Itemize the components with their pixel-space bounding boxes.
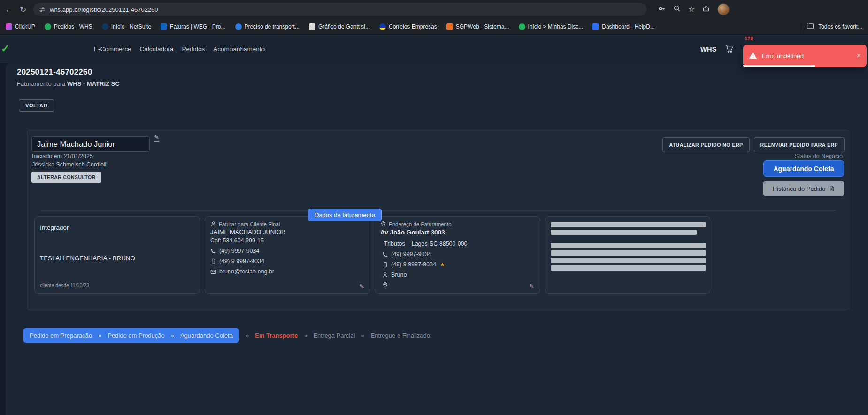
bookmark-sgpweb[interactable]: SGPWeb - Sistema... — [446, 23, 509, 30]
step-pedido-em-preparacao[interactable]: Pedido em Preparação — [30, 332, 92, 339]
address-mobile-row: (49) 9 9997-9034 ★ — [380, 261, 535, 268]
document-icon — [829, 185, 835, 192]
error-toast: Erro: undefined × — [743, 45, 867, 67]
profile-avatar[interactable] — [717, 3, 730, 15]
step-aguardando-coleta[interactable]: Aguardando Coleta — [180, 332, 233, 339]
bookmark-label: ClickUP — [15, 23, 35, 30]
integrator-title: Integrador — [40, 224, 69, 231]
address-pin-row — [380, 282, 535, 288]
site-info-icon[interactable] — [38, 6, 46, 13]
skeleton-bar — [551, 222, 706, 227]
bookmark-gantt[interactable]: Gráfico de Gantt si... — [309, 23, 370, 30]
toast-progress-bar — [743, 65, 815, 67]
order-history-button[interactable]: Histórico do Pedido — [763, 181, 844, 196]
url-text[interactable]: whs.app.br/logistic/20250121-46702260 — [50, 6, 158, 13]
bookmark-label: Início - NetSuite — [111, 23, 151, 30]
skeleton-bar — [551, 258, 706, 263]
bookmark-label: Pedidos - WHS — [54, 23, 92, 30]
bookmark-label: Preciso de transport... — [245, 23, 300, 30]
bookmark-clickup[interactable]: ClickUP — [6, 23, 35, 30]
billing-target: WHS - MATRIZ SC — [67, 80, 120, 87]
bookmark-star-icon[interactable]: ☆ — [688, 6, 695, 13]
resend-erp-button[interactable]: REENVIAR PEDIDO PARA ERP — [754, 137, 845, 152]
cart-badge: 126 — [745, 36, 753, 41]
edit-address-icon[interactable]: ✎ — [529, 283, 534, 290]
billing-client-label-row: Faturar para Cliente Final — [210, 221, 365, 227]
back-icon[interactable]: ← — [5, 6, 13, 14]
brand-label: WHS — [700, 45, 717, 53]
bookmark-label: Correios Empresas — [389, 23, 437, 30]
browser-window: ← ↻ whs.app.br/logistic/20250121-4670226… — [0, 0, 868, 415]
extensions-icon[interactable] — [702, 5, 710, 14]
cart-icon[interactable] — [725, 45, 734, 53]
browser-toolbar: ← ↻ whs.app.br/logistic/20250121-4670226… — [0, 0, 868, 19]
phone-icon — [210, 248, 216, 254]
bookmark-pedidos-whs[interactable]: Pedidos - WHS — [45, 23, 92, 30]
menu-item-pedidos[interactable]: Pedidos — [182, 45, 205, 53]
person-icon — [210, 221, 216, 227]
bookmark-weg[interactable]: Faturas | WEG - Pro... — [161, 23, 225, 30]
helpdesk-favicon — [592, 23, 599, 30]
address-district: Tributos — [384, 241, 405, 247]
billing-data-chip[interactable]: Dados de faturamento — [308, 209, 382, 221]
correios-favicon — [379, 23, 386, 30]
billing-client-card: Faturar para Cliente Final JAIME MACHADO… — [205, 216, 370, 294]
client-mobile: (49) 9 9997-9034 — [219, 258, 264, 264]
update-erp-button[interactable]: ATUALIZAR PEDIDO NO ERP — [662, 137, 749, 152]
app-logo-check-icon[interactable]: ✓ — [1, 43, 9, 55]
customer-name-field[interactable]: Jaime Machado Junior — [31, 136, 150, 152]
menu-item-ecommerce[interactable]: E-Commerce — [94, 45, 131, 53]
step-pedido-em-producao[interactable]: Pedido em Produção — [108, 332, 164, 339]
bookmark-helpdesk[interactable]: Dashboard - HelpD... — [592, 23, 655, 30]
toast-close-icon[interactable]: × — [857, 52, 861, 60]
status-button[interactable]: Aguardando Coleta — [763, 160, 844, 177]
person-icon — [382, 272, 388, 278]
menu-item-calculadora[interactable]: Calculadora — [140, 45, 174, 53]
status-label: Status do Negócio — [795, 153, 843, 159]
all-bookmarks[interactable]: Todos os favorit... — [802, 23, 862, 30]
sgpweb-favicon — [446, 23, 453, 30]
order-card: Jaime Machado Junior ✎ Iniciado em 21/01… — [27, 130, 849, 310]
toast-message: Erro: undefined — [762, 53, 804, 60]
step-entrega-parcial[interactable]: Entrega Parcial — [313, 332, 355, 339]
password-key-icon[interactable] — [658, 5, 666, 14]
bookmark-label: SGPWeb - Sistema... — [456, 23, 509, 30]
bookmarks-bar: ClickUP Pedidos - WHS Início - NetSuite … — [0, 19, 868, 35]
step-entregue-e-finalizado[interactable]: Entregue e Finalizado — [371, 332, 430, 339]
bookmark-minhas-disc[interactable]: Início > Minhas Disc... — [519, 23, 584, 30]
address-contact: Bruno — [391, 272, 407, 278]
integrator-since: cliente desde 11/10/23 — [40, 282, 89, 288]
bookmark-netsuite[interactable]: Início - NetSuite — [102, 23, 151, 30]
phone-icon — [382, 251, 388, 257]
edit-client-icon[interactable]: ✎ — [359, 283, 364, 290]
back-button[interactable]: VOLTAR — [19, 99, 54, 112]
address-city-zip: Lages-SC 88500-000 — [412, 241, 468, 247]
all-bookmarks-label: Todos os favorit... — [818, 23, 862, 30]
folder-icon — [807, 23, 814, 30]
bookmarks-divider — [802, 23, 802, 30]
address-street: Av João Goulart,3003. — [380, 229, 535, 236]
billing-address-label: Endereço de Faturamento — [389, 221, 452, 227]
navbar-right: WHS — [700, 35, 734, 63]
step-em-transporte[interactable]: Em Transporte — [255, 332, 298, 339]
client-name: JAIME MACHADO JUNIOR — [210, 228, 365, 235]
zoom-icon[interactable] — [673, 5, 681, 14]
billing-prefix: Faturamento para — [17, 80, 65, 87]
bookmark-label: Gráfico de Gantt si... — [318, 23, 370, 30]
edit-name-icon[interactable]: ✎ — [154, 134, 159, 142]
client-cpf: Cpf: 534.604.999-15 — [210, 237, 365, 244]
integrator-name: TESLAH ENGENHARIA - BRUNO — [40, 255, 135, 262]
client-email-row: bruno@teslah.eng.br — [210, 268, 365, 275]
app-navbar: ✓ E-Commerce Calculadora Pedidos Acompan… — [0, 35, 868, 63]
address-mobile: (49) 9 9997-9034 — [391, 261, 436, 268]
bookmark-correios[interactable]: Correios Empresas — [379, 23, 437, 30]
change-consultant-button[interactable]: ALTERAR CONSULTOR — [31, 172, 101, 183]
step-separator: » — [98, 332, 101, 339]
menu-item-acompanhamento[interactable]: Acompanhamento — [213, 45, 265, 53]
mail-icon — [210, 269, 216, 275]
url-bar[interactable]: whs.app.br/logistic/20250121-46702260 — [33, 3, 647, 16]
reload-icon[interactable]: ↻ — [19, 6, 27, 14]
bookmark-transporte[interactable]: Preciso de transport... — [235, 23, 300, 30]
warning-icon — [749, 52, 757, 60]
step-separator: » — [304, 332, 307, 339]
